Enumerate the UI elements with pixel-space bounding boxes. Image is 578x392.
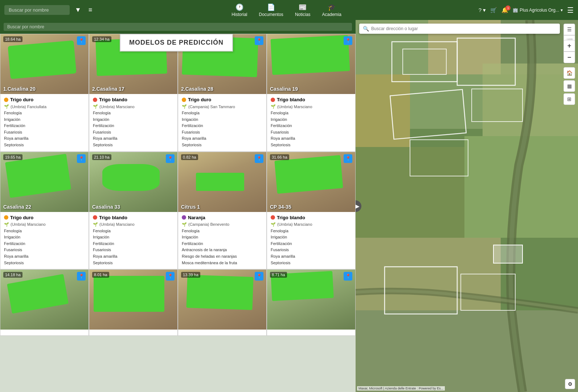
model-item[interactable]: Irrigación [93,117,174,123]
model-item[interactable]: Fusariosis [271,129,352,136]
crop-label: Trigo duro [188,97,211,102]
crop-dot [93,215,97,220]
model-item[interactable]: Fertilización [93,241,174,247]
field-card-card10[interactable]: 8.01 ha 📍 [89,269,178,336]
model-item[interactable]: Fusariosis [182,129,263,136]
locate-button[interactable]: 📍 [166,154,175,163]
model-list: FenologíaIrrigaciónFertilizaciónFusarios… [271,228,352,266]
model-item[interactable]: Septoriosis [182,142,263,148]
left-panel[interactable]: MODELOS DE PREDICCIÓN 18.64 ha 📍 1.Casal… [0,20,356,392]
model-item[interactable]: Roya amarilla [4,135,85,142]
locate-button[interactable]: 📍 [77,154,86,163]
model-item[interactable]: Septoriosis [93,260,174,266]
layers-button[interactable]: ⊞ [563,93,575,105]
model-item[interactable]: Fenología [182,228,263,234]
model-item[interactable]: Irrigación [4,117,85,123]
model-item[interactable]: Septoriosis [4,260,85,266]
locate-button[interactable]: 📍 [255,36,263,45]
model-item[interactable]: Fenología [271,228,352,234]
model-item[interactable]: Fusariosis [271,247,352,253]
locate-button[interactable]: 📍 [77,272,86,281]
model-item[interactable]: Roya amarilla [271,135,352,142]
locate-button[interactable]: 📍 [77,36,86,45]
field-card-casalina20[interactable]: 18.64 ha 📍 1.Casalina 20 Trigo duro 🌱 (U… [0,34,89,152]
model-item[interactable]: Fenología [4,110,85,117]
tab-historial[interactable]: 🕐 Historial [231,3,247,17]
zoom-in-button[interactable]: + [563,40,575,52]
locate-button[interactable]: 📍 [344,272,352,281]
model-item[interactable]: Irrigación [182,117,263,123]
field-card-casalina19[interactable]: 📍 Casalina 19 Trigo blando 🌱 (Umbria) Ma… [267,34,356,152]
model-item[interactable]: Fertilización [182,241,263,247]
model-item[interactable]: Fenología [93,110,174,117]
model-item[interactable]: Roya amarilla [93,135,174,142]
model-item[interactable]: Fusariosis [4,247,85,253]
model-item[interactable]: Irrigación [93,234,174,241]
settings-button[interactable]: ⚙ [565,379,575,389]
locate-button[interactable]: 📍 [255,272,263,281]
model-item[interactable]: Fenología [93,228,174,234]
model-item[interactable]: Fenología [271,110,352,117]
home-button[interactable]: 🏠 [563,67,575,79]
model-item[interactable]: Fusariosis [93,247,174,253]
tab-documentos[interactable]: 📄 Documentos [259,3,283,17]
tab-noticias[interactable]: 📰 Noticias [295,3,311,17]
field-card-card11[interactable]: 13.39 ha 📍 [178,269,267,336]
model-item[interactable]: Fertilización [271,241,352,247]
list-view-button[interactable]: ≡ [86,5,95,15]
cart-button[interactable]: 🛒 [490,7,497,13]
secondary-search-input[interactable] [4,23,352,31]
filter-icon-button[interactable]: ▼ [73,5,83,15]
org-selector-button[interactable]: 🏢 Plus Agricolus Org... ▾ [513,8,563,13]
help-button[interactable]: ? ▾ [479,7,486,13]
card-image: 18.64 ha 📍 1.Casalina 20 [0,34,89,94]
field-card-cp3435[interactable]: 31.66 ha 📍 CP 34-35 Trigo blando 🌱 (Umbr… [267,152,356,270]
model-item[interactable]: Irrigación [182,234,263,241]
bell-button[interactable]: 🔔 1 [501,7,508,13]
model-item[interactable]: Irrigación [271,117,352,123]
map-zoom-controls: + − [563,40,575,63]
hamburger-menu-button[interactable]: ☰ [567,6,574,15]
field-card-card12[interactable]: 8.71 ha 📍 [267,269,356,336]
map-layers-button[interactable]: ☰ [563,24,575,35]
field-card-casalina33[interactable]: 21.10 ha 📍 Casalina 33 Trigo blando 🌱 (U… [89,152,178,270]
model-item[interactable]: Roya amarilla [182,135,263,142]
locate-button[interactable]: 📍 [255,154,263,163]
locate-button[interactable]: 📍 [344,154,352,163]
model-item[interactable]: Fertilización [182,123,263,129]
tab-academia[interactable]: 🎓 Academia [322,3,341,17]
model-item[interactable]: Fertilización [4,123,85,129]
model-item[interactable]: Fenología [4,228,85,234]
zoom-out-button[interactable]: − [563,52,575,63]
map-panel[interactable]: 🔍 ☰ ⬜ ↔ + − 🏠 ▦ ⊞ ◀▶ Maxar, Microsoft | … [356,20,578,392]
main-search-input[interactable] [4,5,70,15]
model-item[interactable]: Fenología [182,110,263,117]
model-item[interactable]: Fusariosis [4,129,85,136]
qr-button[interactable]: ▦ [563,80,575,92]
model-item[interactable]: Roya amarilla [4,253,85,260]
model-item[interactable]: Septoriosis [93,142,174,148]
model-item[interactable]: Fusariosis [93,129,174,136]
model-item[interactable]: Riesgo de heladas en naranjas [182,253,263,260]
model-item[interactable]: Irrigación [271,234,352,241]
locate-button[interactable]: 📍 [344,36,352,45]
model-item[interactable]: Fertilización [4,241,85,247]
model-item[interactable]: Roya amarilla [93,253,174,260]
model-item[interactable]: Fertilización [93,123,174,129]
locate-button[interactable]: 📍 [166,272,175,281]
field-card-citrus1[interactable]: 0.82 ha 📍 Citrus 1 Naranja 🌱 (Campania) … [178,152,267,270]
model-item[interactable]: Mosca mediterránea de la fruta [182,260,263,266]
model-item[interactable]: Irrigación [4,234,85,241]
field-card-casalina22[interactable]: 19.65 ha 📍 Casalina 22 Trigo duro 🌱 (Umb… [0,152,89,270]
green-field [275,155,343,193]
model-item[interactable]: Fertilización [271,123,352,129]
map-search-input[interactable] [371,26,556,31]
model-item[interactable]: Antracnosis de la naranja [182,247,263,253]
field-card-card9[interactable]: 14.18 ha 📍 [0,269,89,336]
crop-dot [182,215,186,220]
model-item[interactable]: Roya amarilla [271,253,352,260]
model-item[interactable]: Septoriosis [4,142,85,148]
map-search-bar[interactable]: 🔍 [359,24,560,34]
model-item[interactable]: Septoriosis [271,260,352,266]
model-item[interactable]: Septoriosis [271,142,352,148]
